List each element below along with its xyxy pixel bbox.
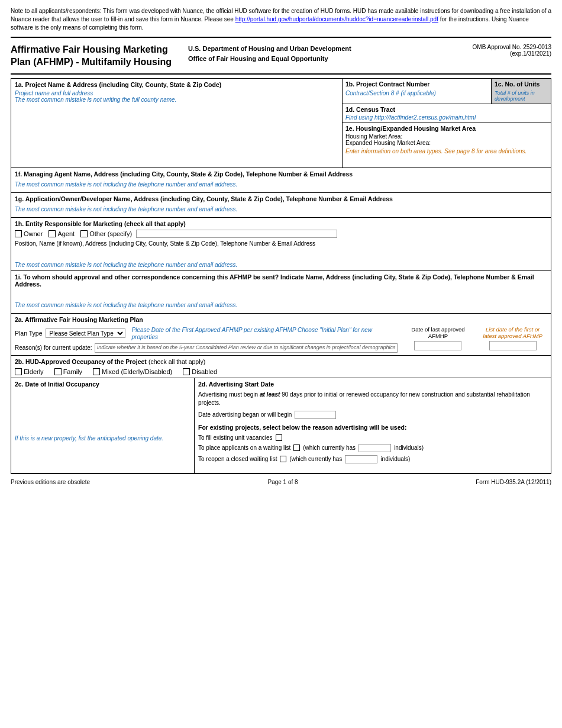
row-2cd: 2c. Date of Initial Occupancy If this is… <box>11 378 551 473</box>
row-2b: 2b. HUD-Approved Occupancy of the Projec… <box>11 356 551 378</box>
row-1b-1c: 1b. Project Contract Number Contract/Sec… <box>343 79 551 104</box>
plan-type-select[interactable]: Please Select Plan Type <box>46 328 125 338</box>
position-row: Position, Name (if known), Address (incl… <box>15 240 547 247</box>
hint-census: Find using http://factfinder2.census.gov… <box>345 114 548 121</box>
notice-link[interactable]: http://portal.hud.gov/hudportal/document… <box>235 16 438 22</box>
fill-vacancies-row: To fill existing unit vacancies <box>198 434 547 441</box>
reasons-input[interactable]: Indicate whether it is based on the 5-ye… <box>95 343 398 353</box>
plan-left: Plan Type Please Select Plan Type Please… <box>15 326 398 353</box>
1i-input-area <box>15 288 547 298</box>
omb-expiry: (exp.1/31/2021) <box>445 50 551 57</box>
at-least-prefix: Advertising must begin <box>198 391 260 398</box>
advertising-date-label: Date advertising began or will begin <box>198 411 292 418</box>
hint-1a: Project name and full address The most c… <box>15 90 338 103</box>
form-title: Affirmative Fair Housing Marketing Plan … <box>11 44 176 69</box>
form-body: 1a. Project Name & Address (including Ci… <box>11 78 551 474</box>
cell-2c: 2c. Date of Initial Occupancy If this is… <box>11 378 195 473</box>
elderly-checkbox[interactable] <box>15 368 22 375</box>
date-last-approved-input[interactable] <box>414 341 461 350</box>
list-date-first-label: List date of the first or latest approve… <box>478 326 547 339</box>
reopen-count[interactable] <box>345 455 377 463</box>
row-1h: 1h. Entity Responsible for Marketing (ch… <box>11 218 551 271</box>
owner-label: Owner <box>24 230 43 237</box>
cell-1b-1e: 1b. Project Contract Number Contract/Sec… <box>343 79 551 167</box>
label-1i: 1i. To whom should approval and other co… <box>15 273 547 288</box>
other-specify-input[interactable] <box>136 230 337 238</box>
omb-number: OMB Approval No. 2529-0013 <box>445 44 551 50</box>
label-2b: 2b. HUD-Approved Occupancy of the Projec… <box>15 358 147 365</box>
row-1i: 1i. To whom should approval and other co… <box>11 271 551 314</box>
checkbox-disabled[interactable]: Disabled <box>183 368 217 375</box>
list-date-first-input[interactable] <box>489 341 537 350</box>
waiting-list-count[interactable] <box>358 444 391 452</box>
agent-checkbox[interactable] <box>49 230 56 237</box>
label-2d: 2d. Advertising Start Date <box>198 381 547 388</box>
hint-1h: The most common mistake is not including… <box>15 262 547 268</box>
reason-row: Reason(s) for current update: Indicate w… <box>15 343 398 353</box>
family-label: Family <box>63 368 82 375</box>
agency-name: U.S. Department of Housing and Urban Dev… <box>188 44 445 54</box>
cell-2d: 2d. Advertising Start Date Advertising m… <box>195 378 551 473</box>
hint-1f: The most common mistake is not including… <box>15 181 547 188</box>
plan-row-wrapper: Plan Type Please Select Plan Type Please… <box>15 326 547 353</box>
cell-1e: 1e. Housing/Expanded Housing Market Area… <box>343 123 551 156</box>
row-1a: 1a. Project Name & Address (including Ci… <box>11 79 551 168</box>
cell-1d: 1d. Census Tract Find using http://factf… <box>343 104 551 123</box>
waiting-list-row: To place applicants on a waiting list (w… <box>198 444 547 452</box>
2c-input-area <box>15 388 190 405</box>
waiting-list-checkbox[interactable] <box>293 444 300 451</box>
ehma-label: Expanded Housing Market Area: <box>345 140 548 146</box>
checkbox-agent[interactable]: Agent <box>49 230 75 237</box>
fill-vacancies-checkbox[interactable] <box>276 434 282 441</box>
plan-type-label: Plan Type <box>15 330 43 337</box>
disabled-checkbox[interactable] <box>183 368 190 375</box>
family-checkbox[interactable] <box>54 368 62 375</box>
occupancy-checkboxes: Elderly Family Mixed (Elderly/Disabled) … <box>15 368 547 375</box>
header-title: Affirmative Fair Housing Marketing Plan … <box>11 44 176 69</box>
reasons-label: Reason(s) for current update: <box>15 344 92 351</box>
hint-1g: The most common mistake is not including… <box>15 206 547 212</box>
label-1g: 1g. Application/Owner/Developer Name, Ad… <box>15 195 547 202</box>
disabled-label: Disabled <box>192 368 217 375</box>
reopen-text: (which currently has <box>289 456 342 462</box>
checkbox-other[interactable]: Other (specify) <box>80 230 337 238</box>
advertising-text: Advertising must begin at least 90 days … <box>198 391 547 407</box>
cell-1a: 1a. Project Name & Address (including Ci… <box>11 79 343 167</box>
hint-1i: The most common mistake is not including… <box>15 302 547 308</box>
header-section: Affirmative Fair Housing Marketing Plan … <box>11 44 551 75</box>
label-1a: 1a. Project Name & Address (including Ci… <box>15 81 338 88</box>
hint-2c: If this is a new property, list the anti… <box>15 435 190 442</box>
position-label: Position, Name (if known), Address (incl… <box>15 240 315 247</box>
cell-1b: 1b. Project Contract Number Contract/Sec… <box>343 79 492 104</box>
other-checkbox[interactable] <box>80 230 88 237</box>
position-input-area <box>15 247 547 260</box>
existing-projects-label: For existing projects, select below the … <box>198 424 547 431</box>
reopen-checkbox[interactable] <box>280 456 286 462</box>
checkbox-owner[interactable]: Owner <box>15 230 43 237</box>
advertising-date-row: Date advertising began or will begin <box>198 411 547 419</box>
date-first-hint-text: Please Date of the First Approved AFHMP … <box>132 327 373 340</box>
checkbox-elderly[interactable]: Elderly <box>15 368 44 375</box>
cell-1c: 1c. No. of Units Total # of units in dev… <box>492 79 551 104</box>
notice-text: Note to all applicants/respondents: This… <box>11 7 551 38</box>
checkbox-family[interactable]: Family <box>54 368 82 375</box>
footer-left: Previous editions are obsolete <box>11 479 90 485</box>
row-2a: 2a. Affirmative Fair Housing Marketing P… <box>11 314 551 356</box>
page-footer: Previous editions are obsolete Page 1 of… <box>11 479 551 485</box>
plan-type-row: Plan Type Please Select Plan Type Please… <box>15 326 398 340</box>
mixed-checkbox[interactable] <box>93 368 100 375</box>
header-agency: U.S. Department of Housing and Urban Dev… <box>176 44 445 63</box>
row-1f: 1f. Managing Agent Name, Address (includ… <box>11 168 551 193</box>
hint-contract: Contract/Section 8 # (if applicable) <box>345 90 488 96</box>
label-2c: 2c. Date of Initial Occupancy <box>15 381 190 388</box>
date-first-approved-hint: Please Date of the First Approved AFHMP … <box>132 326 398 340</box>
advertising-date-input[interactable] <box>295 411 336 419</box>
footer-right: Form HUD-935.2A (12/2011) <box>476 479 551 485</box>
label-2b-sub: (check all that apply) <box>148 358 205 365</box>
footer-center: Page 1 of 8 <box>267 479 298 485</box>
label-1h: 1h. Entity Responsible for Marketing (ch… <box>15 220 547 227</box>
label-1c: 1c. No. of Units <box>495 80 548 88</box>
waiting-individuals-label: individuals) <box>394 444 424 451</box>
owner-checkbox[interactable] <box>15 230 22 237</box>
checkbox-mixed[interactable]: Mixed (Elderly/Disabled) <box>93 368 172 375</box>
